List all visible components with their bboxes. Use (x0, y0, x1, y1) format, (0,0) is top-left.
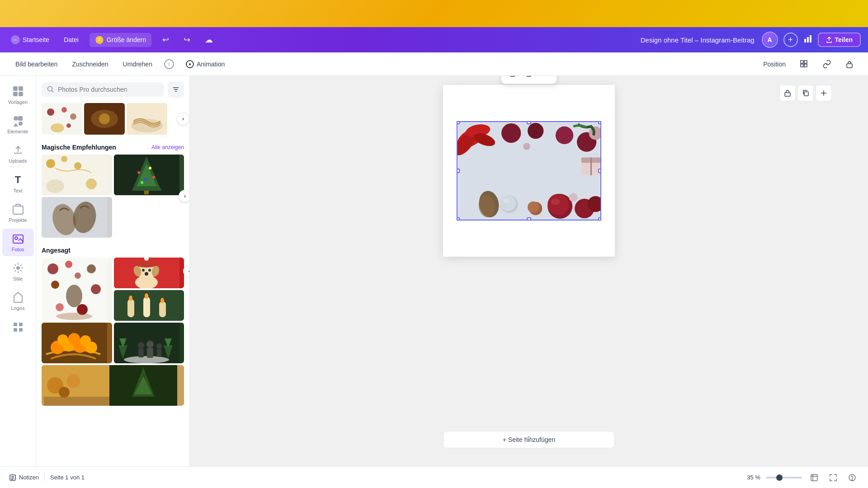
list-item[interactable] (42, 103, 82, 135)
svg-rect-23 (19, 328, 23, 332)
list-item[interactable] (42, 258, 112, 321)
selected-image[interactable] (457, 121, 601, 221)
handle-middle-right[interactable] (598, 169, 601, 173)
zoom-slider[interactable] (766, 477, 802, 479)
crop-button[interactable]: Zuschneiden (66, 58, 114, 70)
canvas-area: + Seite hinzufügen (190, 76, 868, 466)
list-item[interactable] (42, 155, 112, 195)
redo-button[interactable]: ↪ (180, 33, 194, 47)
handle-bottom-right[interactable] (598, 217, 601, 221)
link-button[interactable] (817, 57, 836, 71)
sidebar-item-fotos[interactable]: Fotos (2, 229, 34, 256)
plus-icon: + (788, 35, 793, 45)
svg-rect-8 (13, 86, 18, 91)
cloud-button[interactable]: ☁ (201, 33, 217, 47)
collapse-btn[interactable] (524, 434, 533, 442)
help-button[interactable] (845, 471, 859, 484)
sidebar-item-projekte[interactable]: Projekte (2, 199, 34, 227)
text-label: Text (13, 188, 22, 194)
ctx-copy-button[interactable] (504, 76, 519, 81)
svg-point-40 (46, 179, 64, 193)
list-item[interactable] (42, 323, 112, 363)
canvas-page (443, 85, 615, 257)
undo-button[interactable]: ↩ (159, 33, 173, 47)
notes-button[interactable]: Notizen (9, 474, 39, 481)
list-item[interactable] (114, 290, 184, 321)
share-button[interactable]: Teilen (818, 33, 861, 47)
list-item[interactable] (114, 323, 184, 363)
analytics-button[interactable] (803, 34, 812, 45)
ctx-copy-icon (508, 76, 516, 77)
avatar-initials: A (763, 33, 777, 47)
scroll-right-arrow[interactable]: › (177, 113, 189, 125)
svg-rect-107 (44, 397, 112, 406)
magic-show-all-link[interactable]: Alle anzeigen (151, 144, 184, 150)
sidebar-item-stile[interactable]: Stile (2, 258, 34, 286)
handle-top-center[interactable] (527, 121, 531, 124)
list-item[interactable] (114, 155, 184, 195)
handle-top-right[interactable] (598, 121, 601, 124)
handle-top-left[interactable] (457, 121, 460, 124)
file-button[interactable]: Datei (60, 34, 82, 45)
sidebar-item-vorlagen[interactable]: Vorlagen (2, 81, 34, 109)
animation-button[interactable]: ● Animation (179, 57, 231, 71)
edit-image-button[interactable]: Bild bearbeiten (9, 58, 64, 70)
list-item[interactable] (127, 103, 167, 135)
ctx-delete-icon (525, 76, 533, 77)
ctx-delete-button[interactable] (521, 76, 537, 81)
handle-bottom-left[interactable] (457, 217, 460, 221)
magic-scroll-right[interactable]: › (179, 190, 189, 202)
sidebar-item-text[interactable]: T Text (2, 170, 34, 197)
float-copy-button[interactable] (797, 85, 814, 101)
flip-button[interactable]: Umdrehen (117, 58, 159, 70)
magic-title: Magische Empfehlungen (42, 144, 116, 151)
svg-point-27 (61, 107, 67, 113)
trending-grid (36, 258, 189, 406)
grid-button[interactable] (795, 57, 814, 71)
zoom-slider-container (766, 477, 802, 479)
search-input[interactable] (58, 86, 159, 93)
list-item[interactable] (42, 365, 184, 406)
info-button[interactable]: i (160, 56, 178, 72)
sidebar-item-uploads[interactable]: Uploads (2, 140, 34, 168)
svg-rect-20 (14, 323, 17, 326)
sidebar-item-logos[interactable]: Logos (2, 287, 34, 315)
lock-icon (845, 60, 854, 68)
top-banner (0, 0, 868, 27)
filter-button[interactable] (168, 81, 184, 98)
svg-point-81 (145, 293, 148, 299)
float-add-button[interactable] (816, 85, 832, 101)
svg-point-38 (61, 156, 67, 162)
lock-button[interactable] (840, 57, 859, 71)
avatar[interactable]: A (762, 32, 778, 48)
projekte-icon (12, 203, 24, 216)
svg-rect-79 (159, 301, 166, 317)
fit-button[interactable] (807, 471, 821, 484)
svg-point-97 (138, 342, 144, 348)
list-item[interactable] (84, 103, 125, 135)
resize-button[interactable]: 🪙 Größe ändern (90, 33, 151, 47)
home-button[interactable]: ← Startseite (7, 33, 53, 46)
svg-point-82 (160, 298, 164, 303)
svg-rect-78 (143, 297, 150, 317)
svg-point-41 (86, 178, 97, 189)
sidebar-item-apps[interactable] (2, 317, 34, 337)
svg-point-96 (124, 356, 169, 363)
svg-point-106 (59, 387, 70, 398)
svg-point-18 (15, 237, 18, 239)
svg-point-39 (74, 162, 81, 169)
uploads-icon (12, 144, 24, 156)
ctx-more-button[interactable] (538, 76, 554, 81)
handle-bottom-center[interactable] (527, 217, 531, 221)
svg-rect-13 (18, 116, 23, 121)
position-button[interactable]: Position (758, 58, 791, 70)
list-item[interactable] (114, 258, 184, 288)
svg-rect-22 (14, 328, 17, 332)
list-item[interactable] (42, 197, 112, 238)
fullscreen-button[interactable] (826, 471, 840, 484)
handle-middle-left[interactable] (457, 169, 460, 173)
sidebar-item-elemente[interactable]: Elemente (2, 111, 34, 138)
add-collaborator-button[interactable]: + (783, 33, 798, 47)
position-label: Position (763, 61, 786, 68)
float-lock-button[interactable] (779, 85, 796, 101)
